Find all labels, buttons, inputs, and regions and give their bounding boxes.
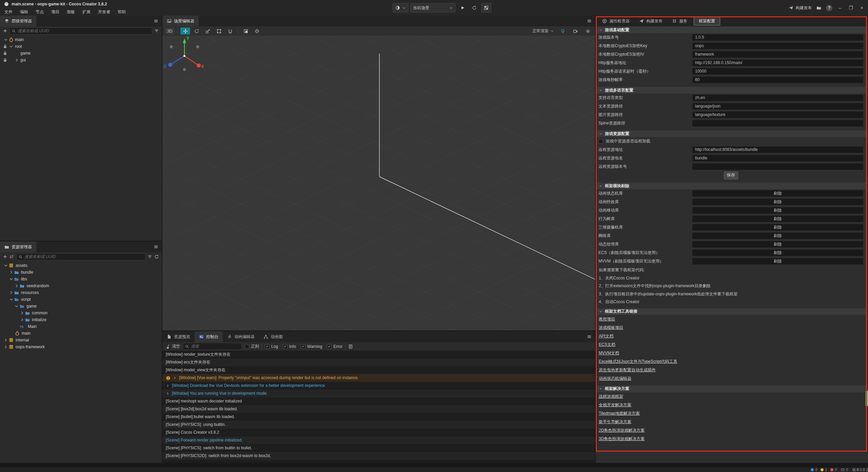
console-log-row[interactable]: [Window] render_texture文件夹存在	[162, 351, 595, 358]
link-游戏模板项目[interactable]: 游戏模板项目	[599, 325, 623, 331]
collapse-filter-button[interactable]	[154, 28, 159, 33]
section-header-框架模块剔除[interactable]: 框架模块剔除	[596, 182, 866, 189]
trim-button-动画特效库[interactable]: 剔除	[692, 199, 863, 205]
console-log-row[interactable]: [Window] You are running Vue in developm…	[162, 390, 595, 397]
assets-item-game[interactable]: game	[0, 303, 162, 310]
link-ECS文档[interactable]: ECS文档	[599, 342, 615, 348]
field-input-文本资源路径[interactable]: language/json	[692, 103, 863, 110]
console-log-row[interactable]: [Scene] [PHYSICS]: switch from builtin t…	[162, 444, 595, 452]
build-publish-button[interactable]: 构建发布	[789, 5, 812, 11]
scrollbar-thumb[interactable]	[866, 391, 868, 406]
scale-tool-button[interactable]	[203, 27, 213, 35]
hierarchy-item-gui[interactable]: gui	[0, 57, 162, 63]
render-mode-select[interactable]: 正常渲染	[531, 27, 555, 35]
layout-button[interactable]	[481, 3, 491, 13]
filter-assets-button[interactable]	[147, 254, 152, 259]
inspector-tab-构建发布[interactable]: 构建发布	[635, 16, 667, 26]
play-button[interactable]	[457, 3, 468, 13]
expand-arrow-icon[interactable]	[14, 58, 19, 62]
expand-arrow-icon[interactable]	[3, 338, 8, 342]
link-Excel格式转Json文件与TypeScript代码工具[interactable]: Excel格式转Json文件与TypeScript代码工具	[599, 359, 677, 365]
scene-light-toggle[interactable]	[558, 27, 568, 35]
filter-error-checkbox[interactable]: ✓Error	[327, 344, 342, 349]
expand-arrow-icon[interactable]	[9, 277, 14, 281]
rect-tool-button[interactable]	[214, 27, 224, 35]
inspector-tab-服务[interactable]: 服务	[668, 16, 692, 26]
field-input-本地数据CryptoES加密IV[interactable]: framework	[692, 51, 863, 58]
tab-scene-editor[interactable]: 场景编辑器	[162, 16, 199, 26]
panel-menu-icon[interactable]	[587, 334, 592, 339]
menu-item-文件[interactable]: 文件	[1, 9, 16, 15]
status-counter-error[interactable]: 0	[830, 468, 837, 472]
menu-item-帮助[interactable]: 帮助	[114, 9, 130, 15]
ui-transform-tool-button[interactable]	[225, 27, 235, 35]
clear-console-button[interactable]: 清空	[166, 343, 180, 349]
expand-arrow-icon[interactable]	[20, 311, 24, 315]
section-header-框架解决方案[interactable]: 框架解决方案	[596, 386, 866, 392]
console-log-row[interactable]: [Scene] meshopt wasm decoder initialized	[162, 397, 595, 405]
field-input-Spine资源路径[interactable]	[692, 120, 863, 126]
console-log-row[interactable]: [Scene] Cocos Creator v3.8.2	[162, 429, 595, 436]
expand-arrow-icon[interactable]	[20, 317, 24, 322]
trim-button-网络库[interactable]: 剔除	[692, 233, 863, 239]
assets-item-common[interactable]: common	[0, 310, 162, 316]
preview-scene-select[interactable]: 当前场景	[410, 3, 456, 13]
save-button[interactable]: 保存	[724, 172, 738, 179]
panel-menu-icon[interactable]	[154, 19, 158, 23]
sort-assets-button[interactable]	[9, 254, 14, 259]
field-input-远程资源版本号[interactable]	[692, 163, 863, 170]
field-input-远程资源包名[interactable]: bundle	[692, 155, 863, 161]
message-counter[interactable]: 0	[841, 468, 848, 472]
scene-settings-button[interactable]	[583, 27, 593, 35]
link-2D角色扮演游戏解决方案[interactable]: 2D角色扮演游戏解决方案	[599, 428, 645, 433]
close-button[interactable]: ×	[859, 5, 865, 11]
help-button[interactable]: ?	[826, 5, 832, 11]
create-node-button[interactable]	[3, 28, 7, 33]
console-log-row[interactable]: [Scene] [PHYSICS2D]: switch from box2d-w…	[162, 452, 595, 460]
expand-arrow-icon[interactable]	[3, 263, 8, 268]
hierarchy-item-root[interactable]: root	[0, 43, 162, 50]
menu-item-扩展[interactable]: 扩展	[79, 9, 94, 15]
link-新手引导解决方案[interactable]: 新手引导解决方案	[599, 419, 631, 425]
panel-menu-icon[interactable]	[154, 244, 158, 249]
console-log-row[interactable]: [Scene] [PHYSICS]: using builtin.	[162, 421, 595, 429]
assets-item-resources[interactable]: resources	[0, 289, 162, 296]
link-原生包热更新配置自动生成插件[interactable]: 原生包热更新配置自动生成插件	[599, 367, 656, 373]
expand-arrow-icon[interactable]	[166, 384, 170, 388]
assets-item-Main[interactable]: TSMain	[0, 323, 162, 330]
section-header-框架文档工具链接[interactable]: 框架文档工具链接	[596, 308, 866, 315]
menu-item-面板[interactable]: 面板	[63, 9, 79, 15]
console-log-row[interactable]: [Window] ecs文件夹存在	[162, 358, 595, 366]
console-log-list[interactable]: [Window] render_texture文件夹存在[Window] ecs…	[162, 351, 595, 463]
console-tab-动画编辑器[interactable]: 动画编辑器	[223, 331, 259, 342]
trim-button-三维摄像机库[interactable]: 剔除	[692, 224, 863, 231]
hierarchy-item-main[interactable]: main	[0, 36, 162, 43]
panel-menu-icon[interactable]	[587, 19, 592, 23]
link-3D角色扮演游戏解决方案[interactable]: 3D角色扮演游戏解决方案	[599, 436, 645, 442]
minimize-button[interactable]: –	[837, 5, 843, 11]
trim-button-动画移动库[interactable]: 剔除	[692, 207, 863, 214]
assets-item-libs[interactable]: libs	[0, 276, 162, 282]
field-input-Http服务器请求超时（毫秒）[interactable]: 10000	[692, 68, 863, 75]
hierarchy-search-input[interactable]: 搜索名称或 UUID	[9, 27, 152, 35]
console-log-row[interactable]: [Window] [Vue warn]: Property "onInput" …	[162, 374, 595, 382]
scene-camera-button[interactable]	[570, 27, 580, 35]
move-tool-button[interactable]	[180, 27, 190, 35]
section-header-游戏多语言配置[interactable]: 游戏多语言配置	[596, 87, 866, 94]
filter-log-checkbox[interactable]: ✓Log	[265, 344, 278, 349]
trim-button-动画状态机库[interactable]: 剔除	[692, 190, 863, 197]
rotate-tool-button[interactable]	[192, 27, 201, 35]
console-tab-资源预览[interactable]: 资源预览	[162, 331, 195, 342]
pivot-toggle-button[interactable]	[241, 27, 251, 35]
field-input-游戏版本号[interactable]: 1.0.5	[692, 34, 863, 41]
checkbox[interactable]: ✓	[301, 344, 305, 349]
link-教程项目[interactable]: 教程项目	[599, 316, 615, 322]
console-log-row[interactable]: [Scene] [box2d]:box2d wasm lib loaded.	[162, 405, 595, 413]
console-log-row[interactable]: [Scene] [bullet]:bullet wasm lib loaded.	[162, 413, 595, 421]
menu-item-编辑[interactable]: 编辑	[16, 9, 32, 15]
preview-device-select[interactable]	[393, 3, 409, 13]
field-input-支持语言类型[interactable]: zh,en	[692, 95, 863, 101]
mode-3d-toggle[interactable]: 3D	[165, 27, 175, 35]
expand-arrow-icon[interactable]	[166, 392, 170, 395]
filter-info-checkbox[interactable]: ✓Info	[283, 344, 296, 349]
